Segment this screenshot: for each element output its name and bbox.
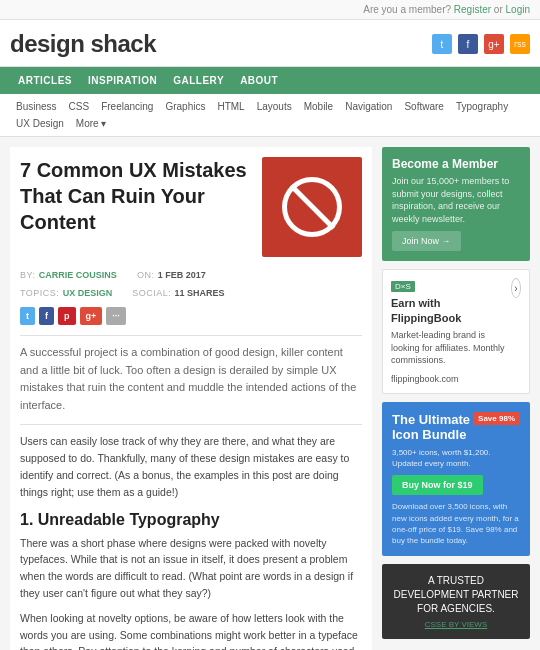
- nav-articles[interactable]: ARTICLES: [10, 67, 80, 94]
- member-card-heading: Become a Member: [392, 157, 520, 171]
- agency-text: A TRUSTED DEVELOPMENT PARTNER FOR AGENCI…: [392, 574, 520, 616]
- nav-typography[interactable]: Typography: [450, 98, 514, 115]
- share-more[interactable]: ···: [106, 307, 126, 325]
- meta-row-topics: TOPICS: UX DESIGN SOCIAL: 11 SHARES: [20, 285, 362, 299]
- nav-software[interactable]: Software: [398, 98, 449, 115]
- by-label: BY:: [20, 270, 36, 280]
- member-card-body: Join our 15,000+ members to submit your …: [392, 175, 520, 225]
- agency-card: A TRUSTED DEVELOPMENT PARTNER FOR AGENCI…: [382, 564, 530, 639]
- join-now-button[interactable]: Join Now →: [392, 231, 461, 251]
- divider: [20, 335, 362, 336]
- agency-link[interactable]: CSSE BY VIEWS: [392, 620, 520, 629]
- on-label: ON:: [137, 270, 155, 280]
- logo-part2: shack: [91, 30, 157, 57]
- ad-link[interactable]: flippingbook.com: [391, 374, 459, 384]
- bundle-card: Save 98% The Ultimate Icon Bundle 3,500+…: [382, 402, 530, 556]
- ad-heading: Earn with FlippingBook: [391, 296, 511, 325]
- twitter-icon[interactable]: t: [432, 34, 452, 54]
- article-body1: Users can easily lose track of why they …: [20, 433, 362, 500]
- rss-icon[interactable]: rss: [510, 34, 530, 54]
- content-area: 7 Common UX Mistakes That Can Ruin Your …: [10, 147, 372, 650]
- shares-value: 11 SHARES: [175, 288, 225, 298]
- top-bar-text: Are you a member?: [363, 4, 451, 15]
- nav-inspiration[interactable]: INSPIRATION: [80, 67, 165, 94]
- topics-label: TOPICS:: [20, 288, 59, 298]
- nav-about[interactable]: ABOUT: [232, 67, 286, 94]
- article-body2: There was a short phase where designs we…: [20, 535, 362, 602]
- gplus-icon[interactable]: g+: [484, 34, 504, 54]
- facebook-icon[interactable]: f: [458, 34, 478, 54]
- nav-layouts[interactable]: Layouts: [251, 98, 298, 115]
- ad-body: Market-leading brand is looking for affi…: [391, 329, 511, 367]
- meta-row-author: BY: CARRIE COUSINS ON: 1 FEB 2017: [20, 267, 362, 281]
- save-badge: Save 98%: [473, 412, 520, 425]
- ad-label: D×S: [391, 281, 415, 292]
- header: design shack t f g+ rss: [0, 20, 540, 67]
- logo-part1: design: [10, 30, 91, 57]
- nav-html[interactable]: HTML: [211, 98, 250, 115]
- article-body3: When looking at novelty options, be awar…: [20, 610, 362, 650]
- nav-business[interactable]: Business: [10, 98, 63, 115]
- article-title-area: 7 Common UX Mistakes That Can Ruin Your …: [20, 157, 252, 257]
- by-value[interactable]: CARRIE COUSINS: [39, 270, 117, 280]
- social-label: SOCIAL:: [132, 288, 171, 298]
- on-value: 1 FEB 2017: [158, 270, 206, 280]
- article-intro: A successful project is a combination of…: [20, 344, 362, 414]
- nav-navigation[interactable]: Navigation: [339, 98, 398, 115]
- header-social: t f g+ rss: [432, 34, 530, 54]
- article-header: 7 Common UX Mistakes That Can Ruin Your …: [20, 157, 362, 257]
- nav-mobile[interactable]: Mobile: [298, 98, 339, 115]
- primary-nav: ARTICLES INSPIRATION GALLERY ABOUT: [0, 67, 540, 94]
- top-bar: Are you a member? Register or Login: [0, 0, 540, 20]
- share-gplus[interactable]: g+: [80, 307, 103, 325]
- ad-arrow-button[interactable]: ›: [511, 278, 521, 298]
- site-logo[interactable]: design shack: [10, 30, 156, 58]
- secondary-nav: Business CSS Freelancing Graphics HTML L…: [0, 94, 540, 137]
- no-sign-icon: [282, 177, 342, 237]
- main-layout: 7 Common UX Mistakes That Can Ruin Your …: [0, 137, 540, 650]
- article-title: 7 Common UX Mistakes That Can Ruin Your …: [20, 157, 252, 235]
- share-pinterest[interactable]: p: [58, 307, 76, 325]
- share-twitter[interactable]: t: [20, 307, 35, 325]
- member-card: Become a Member Join our 15,000+ members…: [382, 147, 530, 261]
- buy-now-button[interactable]: Buy Now for $19: [392, 475, 483, 495]
- nav-gallery[interactable]: GALLERY: [165, 67, 232, 94]
- article-featured-image: [262, 157, 362, 257]
- nav-freelancing[interactable]: Freelancing: [95, 98, 159, 115]
- bundle-subtitle: 3,500+ icons, worth $1,200. Updated ever…: [392, 447, 520, 469]
- nav-ux-design[interactable]: UX Design: [10, 115, 70, 132]
- bundle-desc: Download over 3,500 icons, with new icon…: [392, 501, 520, 546]
- article-meta: BY: CARRIE COUSINS ON: 1 FEB 2017 TOPICS…: [20, 267, 362, 299]
- nav-more[interactable]: More ▾: [70, 115, 113, 132]
- share-facebook[interactable]: f: [39, 307, 54, 325]
- divider2: [20, 424, 362, 425]
- ad-card: D×S Earn with FlippingBook Market-leadin…: [382, 269, 530, 393]
- nav-css[interactable]: CSS: [63, 98, 96, 115]
- share-buttons: t f p g+ ···: [20, 307, 362, 325]
- login-link[interactable]: Login: [506, 4, 530, 15]
- register-link[interactable]: Register: [454, 4, 491, 15]
- sidebar: Become a Member Join our 15,000+ members…: [382, 147, 530, 650]
- nav-graphics[interactable]: Graphics: [159, 98, 211, 115]
- topics-value[interactable]: UX DESIGN: [63, 288, 113, 298]
- section1-heading: 1. Unreadable Typography: [20, 511, 362, 529]
